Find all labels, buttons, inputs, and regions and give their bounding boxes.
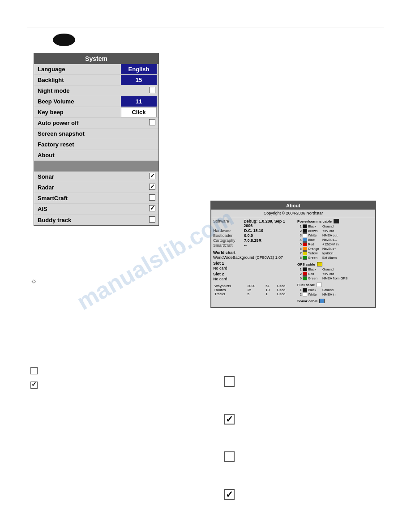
screen-snapshot-row[interactable]: Screen snapshot xyxy=(34,129,158,139)
pin3-desc: NMEA out xyxy=(322,233,338,237)
buddy-track-checkbox[interactable] xyxy=(149,216,155,223)
routes-stat-label: Routes xyxy=(213,288,246,292)
pin4-color xyxy=(303,238,307,242)
pin1-color xyxy=(303,224,307,228)
power-cable-title: Power/comms cable xyxy=(297,219,332,223)
fuel-pin2-label: White xyxy=(308,292,321,296)
radar-row[interactable]: Radar xyxy=(34,182,158,193)
auto-power-row[interactable]: Auto power off xyxy=(34,118,158,129)
bootloader-value: 0.0.0 xyxy=(244,233,253,238)
smartcraft-checkbox[interactable] xyxy=(149,194,155,201)
night-mode-checkbox-cell xyxy=(146,86,158,96)
smartcraft-label: SmartCraft xyxy=(34,193,146,203)
pin4-desc: NavBus... xyxy=(322,238,337,242)
bottom-checkbox-1[interactable] xyxy=(30,367,38,374)
fuel-cable-title: Fuel cable xyxy=(297,283,315,287)
about-row[interactable]: About xyxy=(34,150,158,161)
language-row[interactable]: Language English xyxy=(34,64,158,75)
factory-reset-row[interactable]: Factory reset xyxy=(34,139,158,150)
key-beep-value[interactable]: Click xyxy=(121,107,157,117)
right-cb-row-4 xyxy=(224,489,235,500)
night-mode-checkbox[interactable] xyxy=(149,87,155,93)
gps-pin6-label: Green xyxy=(308,276,321,280)
world-chart-title: World chart xyxy=(213,250,295,255)
tip-icon: ☼ xyxy=(30,277,37,285)
hardware-value: D.C. 18.10 xyxy=(244,228,263,233)
right-checkbox-4[interactable] xyxy=(224,489,235,500)
bottom-checkbox-2[interactable] xyxy=(30,382,38,389)
gps-cable-title: GPS cable xyxy=(297,262,315,266)
pin8-desc: Ext Alarm xyxy=(322,256,337,260)
slot1-value: No card xyxy=(213,266,295,270)
radar-checkbox[interactable] xyxy=(149,184,155,190)
fuel-pin2-color xyxy=(303,292,307,296)
backlight-row[interactable]: Backlight 15 xyxy=(34,75,158,86)
right-cb-row-2 xyxy=(224,414,235,425)
smartcraft-checkbox-cell xyxy=(146,193,158,203)
cartography-label: Cartography xyxy=(213,238,242,243)
auto-power-checkbox-cell xyxy=(146,118,158,128)
beep-volume-row[interactable]: Beep Volume 11 xyxy=(34,96,158,107)
world-chart-value: WorldWideBackground (CF80W2) 1.07 xyxy=(213,255,295,260)
oval-bullet xyxy=(53,34,75,46)
about-dialog: About Copyright © 2004-2006 Northstar So… xyxy=(210,201,376,308)
hardware-label: Hardware xyxy=(213,228,242,233)
right-checkbox-3[interactable] xyxy=(224,451,235,462)
sonar-checkbox[interactable] xyxy=(149,173,155,179)
pin7-desc: Ignition xyxy=(322,251,333,255)
pin2-desc: +5V out xyxy=(322,229,334,233)
buddy-track-row[interactable]: Buddy track xyxy=(34,215,158,225)
night-mode-row[interactable]: Night mode xyxy=(34,86,158,96)
top-divider xyxy=(27,27,384,27)
about-label: About xyxy=(34,150,158,160)
pin4-label: Blue xyxy=(308,238,321,242)
about-software-section: Software Debug: 1.0.289, Sep 1 2006 Hard… xyxy=(213,219,295,248)
gps-pin6-desc: NMEA from GPS xyxy=(322,276,347,280)
slot2-value: No card xyxy=(213,277,295,281)
gps-pin2-color xyxy=(303,272,307,276)
sonar-checkbox-cell xyxy=(146,172,158,182)
cartography-value: 7.0.8.25R xyxy=(244,238,261,243)
ais-label: AIS xyxy=(34,204,146,214)
language-label: Language xyxy=(34,64,121,74)
right-checkboxes xyxy=(224,376,235,527)
software-label: Software xyxy=(213,219,242,228)
software-value: Debug: 1.0.289, Sep 1 2006 xyxy=(244,219,295,228)
waypoints-stat-max: 3000 xyxy=(246,284,265,288)
radar-checkbox-cell xyxy=(146,182,158,193)
language-value[interactable]: English xyxy=(121,64,157,74)
ais-checkbox[interactable] xyxy=(149,205,155,211)
pin7-color xyxy=(303,251,307,255)
smartcraft-row[interactable]: SmartCraft xyxy=(34,193,158,204)
sonar-label: Sonar xyxy=(34,172,146,181)
auto-power-checkbox[interactable] xyxy=(149,119,155,125)
fuel-cable-section: Fuel cable 1 Black Ground 2 White NMEA i… xyxy=(297,283,373,296)
right-checkbox-2[interactable] xyxy=(224,414,235,425)
smartcraft-info-label: SmartCraft xyxy=(213,243,242,248)
beep-volume-value[interactable]: 11 xyxy=(121,96,157,107)
right-checkbox-1[interactable] xyxy=(224,376,235,387)
backlight-label: Backlight xyxy=(34,75,121,85)
waypoints-stat-num: 51 xyxy=(264,284,275,288)
system-menu-title: System xyxy=(34,53,158,64)
about-stats-section: Waypoints 3000 51 Used Routes 25 10 Used… xyxy=(213,284,295,296)
gps-pin2-label: Red xyxy=(308,272,321,276)
key-beep-label: Key beep xyxy=(34,107,121,117)
about-copyright: Copyright © 2004-2006 Northstar xyxy=(211,210,375,217)
pin8-label: Green xyxy=(308,256,321,260)
gps-pin2-desc: +5V out xyxy=(322,272,334,276)
pin5-desc: +12/24V in xyxy=(322,242,338,246)
key-beep-row[interactable]: Key beep Click xyxy=(34,107,158,118)
slot1-title: Slot 1 xyxy=(213,261,295,266)
sonar-row[interactable]: Sonar xyxy=(34,172,158,182)
fuel-pin1-label: Black xyxy=(308,288,321,292)
gps-pin6-color xyxy=(303,276,307,280)
pin1-label: Black xyxy=(308,224,321,228)
bottom-checkboxes xyxy=(30,367,38,396)
sonar-cable-color-box xyxy=(319,299,325,303)
ais-row[interactable]: AIS xyxy=(34,204,158,215)
pin3-color xyxy=(303,233,307,237)
buddy-track-checkbox-cell xyxy=(146,215,158,225)
backlight-value[interactable]: 15 xyxy=(121,75,157,85)
pin3-label: White xyxy=(308,233,321,237)
